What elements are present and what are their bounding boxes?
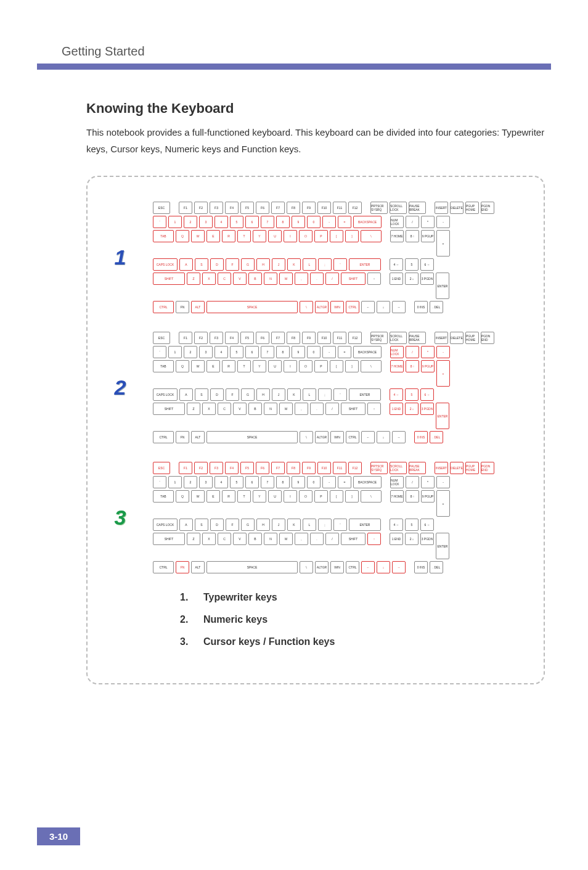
key: Y [253, 360, 266, 372]
keyboard-diagram: ESCF1F2F3F4F5F6F7F8F9F10F11F12PRTSCR SYS… [153, 332, 525, 443]
key: M [279, 273, 293, 285]
key: ALT [191, 561, 205, 573]
key: V [233, 403, 247, 415]
key: 8 ↑ [406, 490, 419, 503]
key: 0 [307, 476, 321, 488]
key: ' [333, 519, 347, 531]
key: R [222, 230, 235, 242]
key: D [210, 258, 224, 271]
key: F12 [348, 462, 362, 474]
key: NUM LOCK [390, 346, 404, 358]
key: K [287, 258, 301, 271]
key: F4 [225, 202, 239, 214]
key: 6 [245, 346, 259, 358]
key: SPACE [206, 301, 298, 313]
key: WIN [330, 561, 344, 573]
key: F2 [194, 202, 208, 214]
key: PGUP HOME [465, 462, 479, 474]
key: I [284, 360, 297, 372]
key: L [303, 519, 316, 531]
key: SPACE [206, 431, 298, 443]
key: TAB [153, 230, 174, 242]
key: T [237, 490, 251, 503]
key: E [206, 230, 220, 242]
key: PRTSCR SYSRQ [370, 332, 388, 344]
diagram-number: 3 [106, 506, 134, 530]
key: FN [176, 301, 189, 313]
key: 9 [292, 476, 305, 488]
key: ` [153, 216, 166, 228]
key: 3 PGDN [420, 403, 434, 415]
key: 4 [214, 346, 228, 358]
key: CTRL [153, 561, 174, 573]
key: 8 ↑ [406, 230, 419, 242]
key: CTRL [346, 431, 359, 443]
key: Y [253, 230, 266, 242]
key: U [268, 230, 282, 242]
key: 5 [405, 388, 419, 401]
key: 3 PGDN [420, 273, 434, 285]
key: 5 [230, 346, 243, 358]
key: K [287, 519, 301, 531]
key: F1 [179, 332, 192, 344]
key: M [279, 403, 293, 415]
key: 7 HOME [390, 230, 404, 242]
key: SHIFT [153, 533, 185, 545]
key: CAPS LOCK [153, 388, 178, 401]
key: / [325, 273, 339, 285]
key: F9 [302, 332, 316, 344]
key: PGDN END [481, 332, 494, 344]
key: DELETE [450, 332, 463, 344]
key: / [406, 476, 419, 488]
key: P [314, 360, 328, 372]
key: W [191, 360, 205, 372]
key: CTRL [346, 301, 359, 313]
key: 7 [261, 216, 274, 228]
key: R [222, 360, 235, 372]
key: 5 [405, 519, 419, 531]
legend: 1. Typewriter keys 2. Numeric keys 3. Cu… [180, 592, 525, 647]
key: → [392, 431, 406, 443]
key: CTRL [153, 301, 174, 313]
key: V [233, 533, 247, 545]
key: U [268, 360, 282, 372]
key: ALTGR [315, 561, 329, 573]
key: F [226, 388, 239, 401]
key: O [299, 360, 312, 372]
key: 8 ↑ [406, 360, 419, 372]
key: F3 [210, 462, 223, 474]
key: X [202, 403, 216, 415]
key: - [436, 346, 450, 358]
key: 0 INS [414, 561, 428, 573]
key: 2 [184, 476, 197, 488]
key: - [322, 476, 336, 488]
key: Z [187, 403, 200, 415]
key: A [179, 519, 193, 531]
key: L [303, 388, 316, 401]
key: 5 [405, 258, 419, 271]
key: F3 [210, 332, 223, 344]
key: F11 [333, 462, 346, 474]
key: 7 [261, 476, 274, 488]
key: F10 [317, 202, 331, 214]
key: R [222, 490, 235, 503]
key: X [202, 273, 216, 285]
key: 6 → [420, 388, 434, 401]
key: ' [333, 258, 347, 271]
key: F8 [287, 462, 300, 474]
key: SHIFT [153, 273, 185, 285]
key: 6 [245, 216, 259, 228]
key: Z [187, 533, 200, 545]
key: ESC [153, 332, 170, 344]
key: \ [300, 561, 313, 573]
key: INSERT [435, 462, 448, 474]
legend-item-2: 2. Numeric keys [180, 614, 525, 625]
key: F8 [287, 202, 300, 214]
key: * [421, 346, 435, 358]
key: ENTER [349, 519, 381, 531]
key: 8 [276, 216, 290, 228]
legend-label: Numeric keys [203, 614, 267, 625]
key: INSERT [435, 202, 448, 214]
key: ENTER [349, 258, 381, 271]
diagram-number: 2 [106, 375, 134, 400]
